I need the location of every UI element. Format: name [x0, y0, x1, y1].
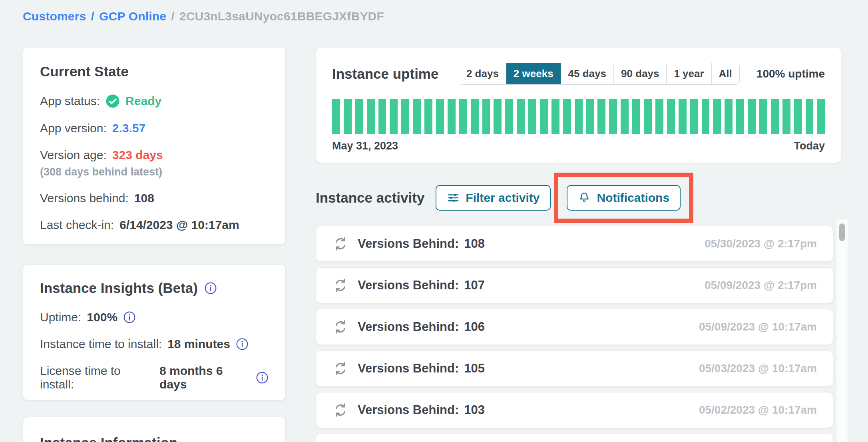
- sync-icon: [332, 235, 349, 252]
- activity-row-value: 105: [464, 361, 485, 376]
- uptime-value: 100%: [87, 311, 117, 324]
- breadcrumb-instance-id: 2CU3nL3saUNyoc61BBEGJXfBYDF: [179, 10, 384, 23]
- annotation-highlight: Notifications: [554, 173, 693, 223]
- activity-row-timestamp: 05/02/2023 @ 10:17am: [699, 404, 817, 416]
- uptime-bar: [817, 99, 825, 134]
- breadcrumb-separator: /: [91, 10, 95, 23]
- activity-row[interactable]: Versions Behind: 108 05/30/2023 @ 2:17pm: [316, 226, 833, 262]
- uptime-bar: [597, 99, 605, 134]
- tab-1-year[interactable]: 1 year: [666, 63, 711, 84]
- activity-row-label: Versions Behind:: [358, 278, 459, 293]
- uptime-row: Uptime: 100%: [40, 311, 269, 324]
- instance-install-value: 18 minutes: [167, 337, 230, 351]
- uptime-bar: [759, 99, 767, 134]
- uptime-bar: [575, 99, 583, 134]
- tab-all[interactable]: All: [711, 63, 739, 84]
- uptime-bar: [609, 99, 617, 134]
- uptime-bar: [378, 99, 386, 134]
- uptime-bar: [401, 99, 409, 134]
- activity-row-timestamp: 05/09/2023 @ 10:17am: [699, 321, 817, 333]
- uptime-bar: [505, 99, 513, 134]
- uptime-bar: [344, 99, 352, 134]
- instance-insights-title: Instance Insights (Beta): [40, 280, 198, 296]
- activity-scrollbar[interactable]: [836, 219, 848, 442]
- activity-row-label: Versions Behind:: [358, 237, 459, 251]
- tab-45-days[interactable]: 45 days: [561, 63, 613, 84]
- license-install-row: License time to install: 8 months 6 days: [40, 364, 269, 391]
- activity-row-value: 103: [464, 403, 485, 417]
- last-checkin-row: Last check-in: 6/14/2023 @ 10:17am: [40, 218, 269, 232]
- uptime-bar: [482, 99, 490, 134]
- tab-2-weeks[interactable]: 2 weeks: [506, 63, 561, 84]
- tab-2-days[interactable]: 2 days: [459, 63, 506, 84]
- uptime-bar: [436, 99, 444, 134]
- uptime-bar-chart: [332, 99, 825, 134]
- uptime-bar: [528, 99, 536, 134]
- notifications-button[interactable]: Notifications: [567, 185, 681, 211]
- uptime-bar: [679, 99, 687, 134]
- uptime-label: Uptime:: [40, 311, 81, 324]
- breadcrumb-customers-link[interactable]: Customers: [23, 10, 86, 23]
- info-icon[interactable]: [256, 371, 269, 384]
- filter-activity-label: Filter activity: [466, 191, 540, 205]
- app-status-label: App status:: [40, 94, 100, 108]
- uptime-bar: [655, 99, 663, 134]
- current-state-title: Current State: [40, 64, 269, 80]
- uptime-bar: [540, 99, 548, 134]
- license-install-value: 8 months 6 days: [159, 364, 250, 391]
- uptime-bar: [632, 99, 640, 134]
- activity-row[interactable]: Versions Behind: 105 05/03/2023 @ 10:17a…: [316, 350, 833, 386]
- uptime-bar: [424, 99, 432, 134]
- instance-activity-header: Instance activity Filter activity Notifi…: [316, 175, 841, 221]
- activity-row-timestamp: 05/09/2023 @ 2:17pm: [705, 279, 817, 292]
- activity-row-partial[interactable]: [316, 434, 833, 442]
- breadcrumb-customer-link[interactable]: GCP Online: [99, 10, 166, 23]
- license-install-label: License time to install:: [40, 364, 154, 391]
- tab-90-days[interactable]: 90 days: [613, 63, 666, 84]
- uptime-bar: [644, 99, 652, 134]
- activity-row-value: 106: [464, 320, 485, 334]
- activity-row[interactable]: Versions Behind: 106 05/09/2023 @ 10:17a…: [316, 309, 833, 345]
- chart-start-label: May 31, 2023: [332, 140, 398, 152]
- uptime-bar: [713, 99, 721, 134]
- app-status-row: App status: Ready: [40, 94, 269, 108]
- uptime-summary: 100% uptime: [757, 68, 825, 80]
- activity-scrollbar-thumb[interactable]: [839, 223, 845, 241]
- uptime-bar: [621, 99, 629, 134]
- app-status-value: Ready: [125, 94, 161, 108]
- activity-row[interactable]: Versions Behind: 103 05/02/2023 @ 10:17a…: [316, 392, 833, 428]
- uptime-bar: [413, 99, 421, 134]
- filter-activity-button[interactable]: Filter activity: [436, 185, 551, 211]
- bell-icon: [578, 191, 591, 204]
- uptime-bar: [794, 99, 802, 134]
- uptime-bar: [494, 99, 502, 134]
- uptime-bar: [725, 99, 733, 134]
- instance-uptime-card: Instance uptime 2 days 2 weeks 45 days 9…: [316, 47, 841, 163]
- info-icon[interactable]: [236, 338, 249, 350]
- uptime-bar: [517, 99, 525, 134]
- activity-row[interactable]: Versions Behind: 107 05/09/2023 @ 2:17pm: [316, 267, 833, 303]
- version-age-value: 323 days: [112, 148, 163, 162]
- sync-icon: [332, 319, 349, 335]
- activity-row-value: 107: [464, 278, 485, 293]
- sliders-icon: [447, 191, 460, 204]
- activity-row-label: Versions Behind:: [358, 320, 459, 334]
- info-icon[interactable]: [204, 282, 217, 295]
- uptime-bar: [782, 99, 790, 134]
- instance-install-row: Instance time to install: 18 minutes: [40, 337, 269, 351]
- uptime-bar: [390, 99, 398, 134]
- check-circle-icon: [106, 94, 120, 108]
- breadcrumb-separator: /: [171, 10, 175, 23]
- app-version-row: App version: 2.3.57: [40, 121, 269, 135]
- uptime-range-tabs: 2 days 2 weeks 45 days 90 days 1 year Al…: [459, 63, 740, 85]
- version-age-row: Version age: 323 days: [40, 148, 269, 162]
- version-age-label: Version age:: [40, 148, 107, 162]
- uptime-bar: [771, 99, 779, 134]
- uptime-bar: [806, 99, 814, 134]
- current-state-card: Current State App status: Ready App vers…: [23, 47, 286, 245]
- uptime-bar: [332, 99, 340, 134]
- instance-information-card: Instance Information: [23, 417, 286, 442]
- activity-row-label: Versions Behind:: [358, 361, 459, 376]
- info-icon[interactable]: [123, 311, 136, 324]
- instance-install-label: Instance time to install:: [40, 337, 162, 351]
